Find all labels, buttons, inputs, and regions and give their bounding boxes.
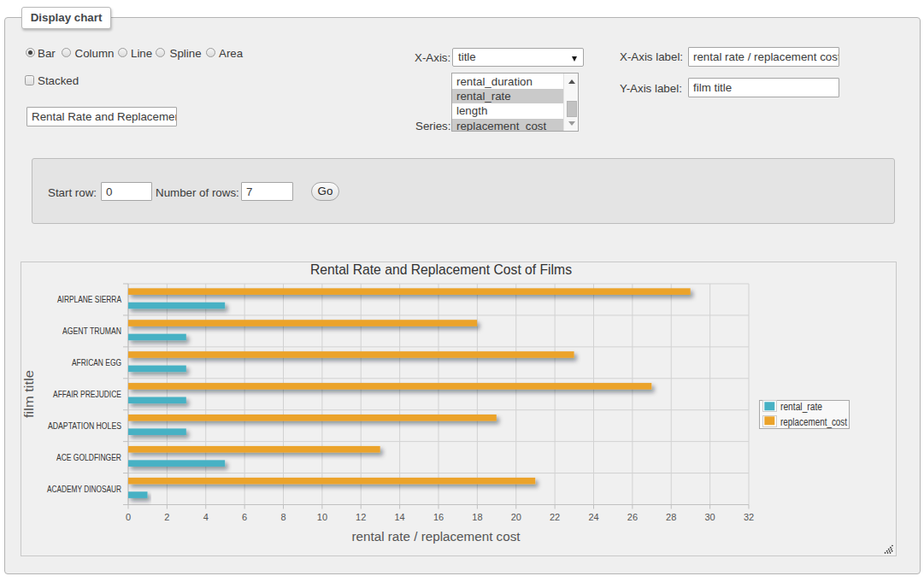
svg-text:film title: film title <box>21 370 36 418</box>
svg-text:replacement_cost: replacement_cost <box>780 416 848 428</box>
svg-text:30: 30 <box>704 512 715 522</box>
svg-text:0: 0 <box>126 512 131 522</box>
svg-text:rental_rate: rental_rate <box>780 401 822 413</box>
svg-text:26: 26 <box>627 512 638 522</box>
svg-text:12: 12 <box>356 512 366 522</box>
svg-text:10: 10 <box>317 512 327 522</box>
svg-text:Rental Rate and Replacement Co: Rental Rate and Replacement Cost of Film… <box>310 262 572 278</box>
svg-text:6: 6 <box>242 512 247 522</box>
svg-text:ACE GOLDFINGER: ACE GOLDFINGER <box>56 453 121 462</box>
svg-text:rental rate / replacement cost: rental rate / replacement cost <box>352 530 521 544</box>
svg-text:24: 24 <box>588 512 598 522</box>
svg-text:16: 16 <box>433 512 444 522</box>
svg-text:22: 22 <box>550 512 560 522</box>
svg-text:ACADEMY DINOSAUR: ACADEMY DINOSAUR <box>47 485 121 494</box>
svg-text:AFRICAN EGG: AFRICAN EGG <box>72 358 121 367</box>
svg-text:8: 8 <box>280 512 285 522</box>
svg-text:AFFAIR PREJUDICE: AFFAIR PREJUDICE <box>53 390 121 399</box>
svg-text:AGENT TRUMAN: AGENT TRUMAN <box>62 326 121 336</box>
svg-text:18: 18 <box>472 512 482 522</box>
svg-text:32: 32 <box>744 512 754 522</box>
svg-text:AIRPLANE SIERRA: AIRPLANE SIERRA <box>57 295 121 304</box>
svg-text:28: 28 <box>666 512 676 522</box>
svg-text:2: 2 <box>164 512 169 522</box>
svg-text:ADAPTATION HOLES: ADAPTATION HOLES <box>48 421 121 431</box>
svg-text:4: 4 <box>203 512 209 522</box>
svg-text:14: 14 <box>394 512 404 522</box>
svg-text:20: 20 <box>511 512 521 522</box>
